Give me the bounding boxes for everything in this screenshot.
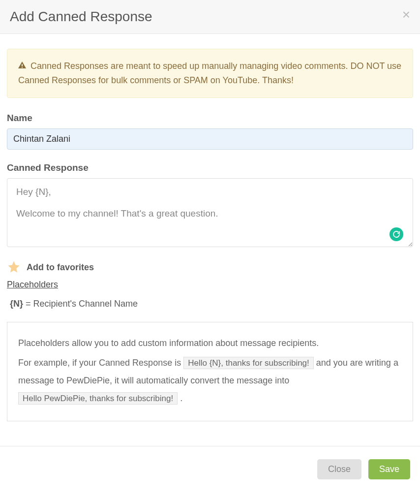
- response-label: Canned Response: [7, 162, 413, 173]
- name-input[interactable]: [7, 128, 413, 150]
- favorites-row[interactable]: Add to favorites: [7, 260, 413, 276]
- info-intro: Placeholders allow you to add custom inf…: [18, 334, 402, 352]
- grammarly-icon[interactable]: [390, 227, 403, 241]
- close-icon[interactable]: ×: [402, 8, 410, 22]
- response-textarea-wrap: [7, 178, 413, 249]
- warning-alert: Canned Responses are meant to speed up m…: [7, 49, 413, 98]
- placeholder-definition: {N} = Recipient's Channel Name: [10, 299, 413, 309]
- code-chip-result: Hello PewDiePie, thanks for subscribing!: [18, 392, 178, 405]
- placeholder-token: {N}: [10, 299, 23, 309]
- info-example-prefix: For example, if your Canned Response is: [18, 358, 183, 368]
- save-button[interactable]: Save: [368, 459, 410, 479]
- code-chip-template: Hello {N}, thanks for subscribing!: [183, 357, 314, 369]
- modal-footer: Close Save: [0, 446, 420, 492]
- warning-text: Canned Responses are meant to speed up m…: [18, 61, 401, 85]
- placeholders-link[interactable]: Placeholders: [7, 280, 58, 290]
- placeholder-info-box: Placeholders allow you to add custom inf…: [7, 322, 413, 421]
- star-icon: [7, 260, 21, 276]
- modal-body: Canned Responses are meant to speed up m…: [0, 34, 420, 431]
- info-example: For example, if your Canned Response is …: [18, 354, 402, 407]
- warning-icon: [18, 59, 26, 73]
- modal-title: Add Canned Response: [10, 9, 410, 25]
- favorites-label: Add to favorites: [27, 262, 94, 273]
- placeholder-meaning: = Recipient's Channel Name: [23, 299, 138, 309]
- close-button[interactable]: Close: [317, 459, 361, 479]
- modal-header: Add Canned Response ×: [0, 0, 420, 34]
- name-label: Name: [7, 113, 413, 124]
- response-textarea[interactable]: [7, 178, 413, 247]
- info-example-suffix: .: [178, 393, 182, 403]
